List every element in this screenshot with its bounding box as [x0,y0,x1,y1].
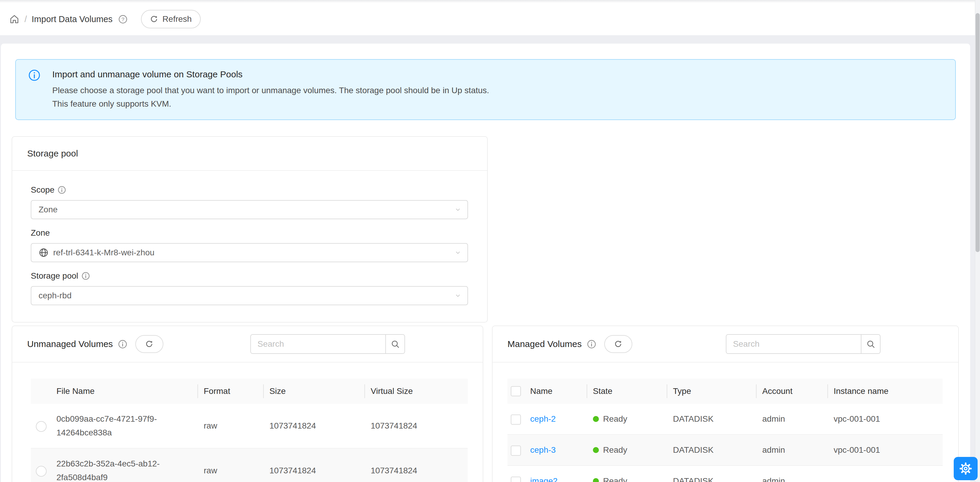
column-header-file-name[interactable]: File Name [52,379,198,404]
column-header-size[interactable]: Size [263,379,365,404]
unmanaged-refresh-button[interactable] [135,335,163,353]
cell-virtual-size: 1073741824 [365,448,468,482]
unmanaged-volumes-header: Unmanaged Volumes [12,326,483,363]
radio-column-header [31,379,52,404]
unmanaged-volumes-table: File Name Format Size Virtual Size 0cb09… [31,379,468,482]
chevron-down-icon [454,248,462,257]
cell-account: admin [756,466,828,482]
cell-type: DATADISK [667,466,756,482]
help-icon[interactable] [118,14,128,24]
volume-name-link[interactable]: ceph-3 [530,445,556,455]
volume-name-link[interactable]: image2 [530,476,558,482]
managed-volumes-body: Name State Type Account Instance name ce… [493,363,958,482]
pool-info-icon[interactable] [81,272,90,280]
pool-select[interactable]: ceph-rbd [31,286,468,305]
cell-file-name: 22b63c2b-352a-4ec5-ab12-2fa508d4baf9 [52,448,198,482]
managed-volumes-title: Managed Volumes [508,339,582,349]
info-alert: Import and unmanage volume on Storage Po… [15,59,956,120]
info-alert-text: Import and unmanage volume on Storage Po… [52,67,489,110]
unmanaged-volumes-body: File Name Format Size Virtual Size 0cb09… [12,363,483,482]
row-radio[interactable] [36,466,46,477]
reload-icon [150,15,158,23]
zone-select-value: ref-trl-6341-k-Mr8-wei-zhou [53,248,154,258]
cell-state: Ready [603,474,627,482]
scope-label: Scope [31,185,468,195]
volumes-section: Unmanaged Volumes File Name Format [12,326,970,482]
row-checkbox[interactable] [511,477,521,482]
column-header-name[interactable]: Name [524,379,587,404]
table-row[interactable]: ceph-2 Ready DATADISK admin vpc-001-001 [508,404,943,434]
unmanaged-search [250,334,405,354]
breadcrumb-separator: / [24,14,27,24]
cell-instance-name: vpc-001-001 [828,404,943,434]
search-icon[interactable] [861,335,880,353]
storage-pool-card-title: Storage pool [12,137,487,171]
cell-type: DATADISK [667,434,756,466]
managed-search-input[interactable] [726,335,861,353]
managed-info-icon[interactable] [587,339,597,349]
unmanaged-info-icon[interactable] [118,339,127,349]
unmanaged-search-input[interactable] [251,335,385,353]
managed-table-header-row: Name State Type Account Instance name [508,379,943,404]
cell-size: 1073741824 [263,448,365,482]
cell-virtual-size: 1073741824 [365,404,468,448]
cell-file-name: 0cb099aa-cc7e-4721-97f9-14264bce838a [52,404,198,448]
info-alert-description: Please choose a storage pool that you wa… [52,84,489,110]
storage-pool-card: Storage pool Scope Zone Zone ref-trl-634… [12,136,488,323]
globe-icon [38,248,49,258]
row-checkbox[interactable] [511,445,521,456]
cell-format: raw [198,448,263,482]
top-shadow [0,0,980,3]
search-icon[interactable] [385,335,404,353]
background-band [0,35,980,44]
cell-size: 1073741824 [263,404,365,448]
cell-instance-name: vpc-001-001 [828,434,943,466]
column-header-virtual-size[interactable]: Virtual Size [365,379,468,404]
cell-format: raw [198,404,263,448]
unmanaged-table-header-row: File Name Format Size Virtual Size [31,379,468,404]
unmanaged-volumes-title: Unmanaged Volumes [27,339,113,349]
select-all-checkbox[interactable] [511,386,521,396]
cell-instance-name [828,466,943,482]
cell-type: DATADISK [667,404,756,434]
column-header-account[interactable]: Account [756,379,828,404]
gear-icon [959,462,972,475]
column-header-state[interactable]: State [587,379,667,404]
table-row[interactable]: image2 Ready DATADISK admin [508,466,943,482]
scope-select-value: Zone [38,205,58,215]
cell-state: Ready [603,443,627,457]
storage-pool-card-body: Scope Zone Zone ref-trl-6341-k-Mr8-wei-z… [12,171,487,322]
settings-fab-button[interactable] [954,457,978,480]
pool-label-text: Storage pool [31,271,78,281]
info-circle-icon [28,69,41,110]
row-checkbox[interactable] [511,415,521,425]
column-header-instance-name[interactable]: Instance name [828,379,943,404]
zone-select[interactable]: ref-trl-6341-k-Mr8-wei-zhou [31,243,468,262]
cell-account: admin [756,434,828,466]
volume-name-link[interactable]: ceph-2 [530,414,556,423]
managed-volumes-table: Name State Type Account Instance name ce… [508,379,943,482]
home-icon[interactable] [9,14,20,24]
page-title: Import Data Volumes [32,14,113,24]
vertical-scrollbar[interactable] [975,0,980,482]
column-header-type[interactable]: Type [667,379,756,404]
info-alert-line2: This feature only supports KVM. [52,97,489,110]
status-dot [593,478,599,482]
scope-info-icon[interactable] [57,185,66,194]
table-row[interactable]: 0cb099aa-cc7e-4721-97f9-14264bce838a raw… [31,404,468,448]
scrollbar-thumb[interactable] [975,13,980,252]
managed-refresh-button[interactable] [604,335,632,353]
chevron-down-icon [454,291,462,300]
info-alert-line1: Please choose a storage pool that you wa… [52,84,489,97]
table-row[interactable]: ceph-3 Ready DATADISK admin vpc-001-001 [508,434,943,466]
breadcrumb-bar: / Import Data Volumes Refresh [0,3,980,35]
refresh-button[interactable]: Refresh [141,10,201,29]
table-row[interactable]: 22b63c2b-352a-4ec5-ab12-2fa508d4baf9 raw… [31,448,468,482]
zone-label: Zone [31,228,468,238]
scope-select[interactable]: Zone [31,200,468,219]
pool-label: Storage pool [31,271,468,281]
managed-search [726,334,881,354]
chevron-down-icon [454,205,462,214]
row-radio[interactable] [36,421,46,432]
column-header-format[interactable]: Format [198,379,263,404]
